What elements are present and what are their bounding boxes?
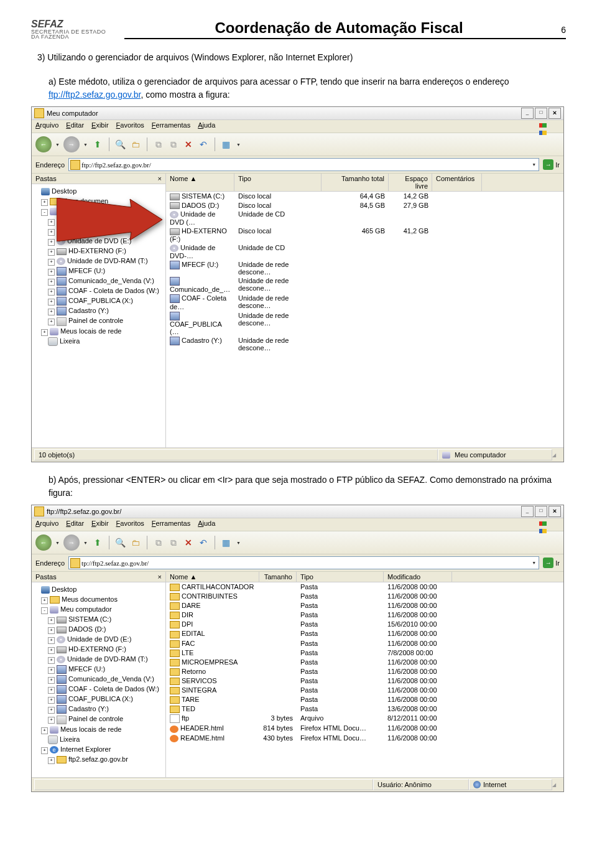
tree-item[interactable]: +HD-EXTERNO (F:) [34, 644, 163, 654]
list-item[interactable]: LTEPasta7/8/2008 00:00 [166, 648, 563, 658]
undo-icon[interactable]: ↶ [197, 138, 210, 151]
forward-button[interactable]: → [63, 534, 80, 551]
menu-editar[interactable]: Editar [66, 520, 84, 530]
list-item[interactable]: COAF - Coleta de…Unidade de rede descone… [166, 294, 563, 311]
list-item[interactable]: HD-EXTERNO (F:)Disco local465 GB41,2 GB [166, 226, 563, 243]
forward-button[interactable]: → [63, 136, 80, 152]
back-button[interactable]: ← [35, 136, 52, 152]
move-icon[interactable]: ⧉ [167, 536, 180, 549]
address-input[interactable] [80, 161, 530, 169]
tree-item[interactable]: Desktop [34, 584, 163, 594]
close-button[interactable]: × [548, 108, 561, 119]
address-input[interactable] [80, 559, 530, 567]
tree-item[interactable]: +ftp2.sefaz.go.gov.br [34, 754, 163, 764]
copy-icon[interactable]: ⧉ [152, 536, 165, 549]
tree-item[interactable]: +COAF_PUBLICA (X:) [34, 694, 163, 704]
expand-icon[interactable]: + [48, 319, 55, 325]
expand-icon[interactable]: + [48, 677, 55, 684]
expand-icon[interactable]: + [48, 697, 55, 704]
column-header[interactable]: Nome ▲ [166, 174, 234, 191]
menu-exibir[interactable]: Exibir [91, 520, 109, 530]
list-item[interactable]: Unidade de DVD (…Unidade de CD [166, 210, 563, 226]
tree-item[interactable]: +SISTEMA (C:) [34, 216, 163, 226]
folders-icon[interactable]: 🗀 [129, 536, 142, 549]
menu-ajuda[interactable]: Ajuda [198, 121, 215, 131]
expand-icon[interactable]: + [48, 707, 55, 714]
move-icon[interactable]: ⧉ [167, 138, 180, 151]
resize-grip[interactable]: ◢ [552, 782, 561, 788]
column-header[interactable]: Tamanho [259, 572, 297, 582]
expand-icon[interactable]: + [41, 597, 48, 604]
tree-item[interactable]: +Cadastro (Y:) [34, 306, 163, 315]
expand-icon[interactable]: + [48, 239, 55, 246]
expand-icon[interactable]: + [48, 687, 55, 694]
tree-item[interactable]: +Unidade de DVD-RAM (T:) [34, 256, 163, 266]
menu-favoritos[interactable]: Favoritos [116, 520, 144, 530]
menu-exibir[interactable]: Exibir [91, 121, 109, 131]
ftp-link[interactable]: ftp://ftp2.sefaz.go.gov.br [49, 90, 141, 100]
views-icon[interactable]: ▦ [220, 138, 233, 151]
views-icon[interactable]: ▦ [220, 536, 233, 549]
list-item[interactable]: DADOS (D:)Disco local84,5 GB27,9 GB [166, 201, 563, 210]
expand-icon[interactable]: + [48, 279, 55, 286]
list-item[interactable]: CONTRIBUINTESPasta11/6/2008 00:00 [166, 592, 563, 601]
menu-editar[interactable]: Editar [66, 121, 84, 131]
tree-item[interactable]: +Unidade de DVD (E:) [34, 634, 163, 644]
copy-icon[interactable]: ⧉ [152, 138, 165, 151]
expand-icon[interactable]: + [48, 309, 55, 315]
tree-item[interactable]: +DADOS (D:) [34, 226, 163, 236]
list-item[interactable]: RetornoPasta11/6/2008 00:00 [166, 667, 563, 676]
address-field[interactable]: ▼ [68, 158, 539, 171]
tree-item[interactable]: +Meus locais de rede [34, 326, 163, 336]
list-item[interactable]: TEDPasta13/6/2008 00:00 [166, 704, 563, 714]
tree-item[interactable]: +eInternet Explorer [34, 744, 163, 754]
tree-item[interactable]: +HD-EXTERNO (F:) [34, 246, 163, 256]
address-field[interactable]: ▼ [68, 556, 539, 569]
expand-icon[interactable]: + [41, 747, 48, 754]
tree-item[interactable]: -Meu computador [34, 206, 163, 216]
tree-item[interactable]: +Cadastro (Y:) [34, 704, 163, 714]
menu-ajuda[interactable]: Ajuda [198, 520, 215, 530]
expand-icon[interactable]: + [41, 329, 48, 336]
expand-icon[interactable]: + [48, 627, 55, 634]
column-header[interactable]: Nome ▲ [166, 572, 259, 582]
list-item[interactable]: MFECF (U:)Unidade de rede descone… [166, 260, 563, 276]
up-icon[interactable]: ⬆ [91, 536, 104, 549]
list-item[interactable]: MICROEMPRESAPasta11/6/2008 00:00 [166, 658, 563, 667]
tree-item[interactable]: +Painel de controle [34, 714, 163, 724]
column-header[interactable]: Modificado [384, 572, 452, 582]
menu-favoritos[interactable]: Favoritos [116, 121, 144, 131]
address-dropdown[interactable]: ▼ [532, 561, 536, 565]
column-header[interactable]: Tamanho total [322, 174, 389, 191]
minimize-button[interactable]: _ [521, 506, 534, 517]
maximize-button[interactable]: □ [535, 506, 547, 517]
expand-icon[interactable]: + [48, 259, 55, 266]
address-dropdown[interactable]: ▼ [532, 162, 536, 167]
tree-item[interactable]: +Unidade de DVD-RAM (T:) [34, 654, 163, 664]
tree-item[interactable]: Lixeira [34, 734, 163, 744]
titlebar[interactable]: Meu computador _ □ × [32, 107, 563, 120]
expand-icon[interactable]: + [48, 219, 55, 226]
expand-icon[interactable]: + [48, 637, 55, 644]
expand-icon[interactable]: + [41, 727, 48, 734]
tree-item[interactable]: +Comunicado_de_Venda (V:) [34, 276, 163, 286]
maximize-button[interactable]: □ [535, 108, 547, 119]
list-item[interactable]: ftp3 bytesArquivo8/12/2011 00:00 [166, 714, 563, 724]
tree-item[interactable]: +Meus documentos [34, 594, 163, 604]
go-button[interactable]: → Ir [543, 159, 560, 170]
tree-item[interactable]: +MFECF (U:) [34, 664, 163, 674]
expand-icon[interactable]: + [48, 229, 55, 236]
list-item[interactable]: SISTEMA (C:)Disco local64,4 GB14,2 GB [166, 192, 563, 201]
tree-item[interactable]: +Meus documen [34, 196, 163, 206]
column-header[interactable]: Espaço livre [389, 174, 432, 191]
tree-item[interactable]: -Meu computador [34, 604, 163, 614]
list-item[interactable]: CARTILHACONTADORPasta11/6/2008 00:00 [166, 582, 563, 592]
titlebar[interactable]: ftp://ftp2.sefaz.go.gov.br/ _ □ × [32, 505, 563, 518]
expand-icon[interactable]: + [48, 757, 55, 764]
close-pane-icon[interactable]: × [158, 573, 162, 581]
expand-icon[interactable]: + [48, 249, 55, 256]
go-button[interactable]: → Ir [543, 558, 560, 568]
up-icon[interactable]: ⬆ [91, 138, 104, 151]
tree-item[interactable]: +DADOS (D:) [34, 624, 163, 634]
minimize-button[interactable]: _ [521, 108, 534, 119]
